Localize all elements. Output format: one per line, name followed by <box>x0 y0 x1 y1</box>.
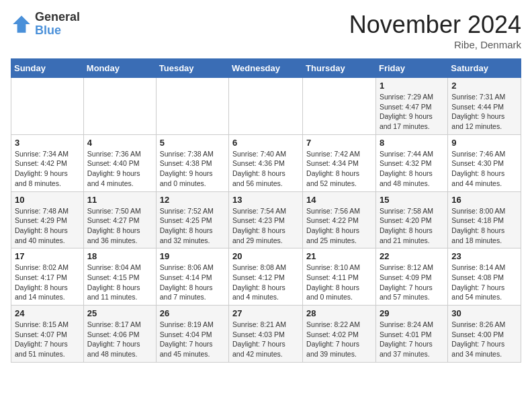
day-cell: 25Sunrise: 8:17 AM Sunset: 4:06 PM Dayli… <box>83 306 156 363</box>
day-info: Sunrise: 7:46 AM Sunset: 4:30 PM Dayligh… <box>451 149 517 189</box>
day-number: 15 <box>380 195 444 205</box>
day-info: Sunrise: 7:40 AM Sunset: 4:36 PM Dayligh… <box>232 149 299 189</box>
day-number: 24 <box>15 308 80 318</box>
day-number: 14 <box>306 195 372 205</box>
day-cell <box>11 78 84 135</box>
day-number: 18 <box>87 251 152 261</box>
day-cell: 21Sunrise: 8:10 AM Sunset: 4:11 PM Dayli… <box>303 248 376 306</box>
day-number: 19 <box>160 251 225 261</box>
day-number: 16 <box>451 195 517 205</box>
day-info: Sunrise: 7:50 AM Sunset: 4:27 PM Dayligh… <box>87 206 152 246</box>
day-number: 12 <box>160 195 225 205</box>
day-info: Sunrise: 8:02 AM Sunset: 4:17 PM Dayligh… <box>15 263 80 302</box>
day-cell: 6Sunrise: 7:40 AM Sunset: 4:36 PM Daylig… <box>229 134 303 191</box>
month-title: November 2024 <box>349 11 521 39</box>
day-info: Sunrise: 7:31 AM Sunset: 4:44 PM Dayligh… <box>451 92 517 132</box>
logo-general-text: General <box>35 11 80 24</box>
day-cell: 20Sunrise: 8:08 AM Sunset: 4:12 PM Dayli… <box>229 248 303 306</box>
day-info: Sunrise: 8:19 AM Sunset: 4:04 PM Dayligh… <box>160 320 225 359</box>
day-info: Sunrise: 8:10 AM Sunset: 4:11 PM Dayligh… <box>306 263 372 302</box>
day-cell: 28Sunrise: 8:22 AM Sunset: 4:02 PM Dayli… <box>303 306 376 363</box>
day-cell: 16Sunrise: 8:00 AM Sunset: 4:18 PM Dayli… <box>448 191 521 248</box>
day-info: Sunrise: 8:24 AM Sunset: 4:01 PM Dayligh… <box>380 320 444 359</box>
day-number: 7 <box>306 138 372 148</box>
week-row-1: 3Sunrise: 7:34 AM Sunset: 4:42 PM Daylig… <box>11 134 521 191</box>
title-area: November 2024 Ribe, Denmark <box>349 11 521 50</box>
header-cell-wednesday: Wednesday <box>229 59 303 78</box>
day-info: Sunrise: 8:04 AM Sunset: 4:15 PM Dayligh… <box>87 263 152 302</box>
header-row: SundayMondayTuesdayWednesdayThursdayFrid… <box>11 59 521 78</box>
day-cell <box>229 78 303 135</box>
day-number: 29 <box>380 308 444 318</box>
logo: General Blue <box>11 11 80 38</box>
day-cell: 14Sunrise: 7:56 AM Sunset: 4:22 PM Dayli… <box>303 191 376 248</box>
day-cell <box>303 78 376 135</box>
day-cell: 27Sunrise: 8:21 AM Sunset: 4:03 PM Dayli… <box>229 306 303 363</box>
header-cell-friday: Friday <box>375 59 447 78</box>
day-info: Sunrise: 7:44 AM Sunset: 4:32 PM Dayligh… <box>380 149 444 189</box>
header: General Blue November 2024 Ribe, Denmark <box>11 11 521 50</box>
location: Ribe, Denmark <box>349 39 521 50</box>
day-cell: 30Sunrise: 8:26 AM Sunset: 4:00 PM Dayli… <box>448 306 521 363</box>
day-info: Sunrise: 7:36 AM Sunset: 4:40 PM Dayligh… <box>87 149 152 189</box>
day-number: 27 <box>232 308 299 318</box>
day-number: 11 <box>87 195 152 205</box>
logo-icon <box>11 13 32 35</box>
day-number: 13 <box>232 195 299 205</box>
day-cell: 13Sunrise: 7:54 AM Sunset: 4:23 PM Dayli… <box>229 191 303 248</box>
day-number: 23 <box>451 251 517 261</box>
day-number: 3 <box>15 138 80 148</box>
svg-marker-0 <box>13 15 30 33</box>
day-cell: 17Sunrise: 8:02 AM Sunset: 4:17 PM Dayli… <box>11 248 84 306</box>
header-cell-monday: Monday <box>83 59 156 78</box>
day-cell: 9Sunrise: 7:46 AM Sunset: 4:30 PM Daylig… <box>448 134 521 191</box>
day-info: Sunrise: 8:15 AM Sunset: 4:07 PM Dayligh… <box>15 320 80 359</box>
day-info: Sunrise: 8:22 AM Sunset: 4:02 PM Dayligh… <box>306 320 372 359</box>
day-info: Sunrise: 7:42 AM Sunset: 4:34 PM Dayligh… <box>306 149 372 189</box>
day-number: 8 <box>380 138 444 148</box>
day-info: Sunrise: 7:29 AM Sunset: 4:47 PM Dayligh… <box>380 92 444 132</box>
day-cell: 19Sunrise: 8:06 AM Sunset: 4:14 PM Dayli… <box>156 248 228 306</box>
day-number: 26 <box>160 308 225 318</box>
day-cell: 8Sunrise: 7:44 AM Sunset: 4:32 PM Daylig… <box>375 134 447 191</box>
day-number: 5 <box>160 138 225 148</box>
day-info: Sunrise: 7:52 AM Sunset: 4:25 PM Dayligh… <box>160 206 225 246</box>
day-info: Sunrise: 7:38 AM Sunset: 4:38 PM Dayligh… <box>160 149 225 189</box>
day-cell: 4Sunrise: 7:36 AM Sunset: 4:40 PM Daylig… <box>83 134 156 191</box>
day-number: 6 <box>232 138 299 148</box>
day-number: 10 <box>15 195 80 205</box>
day-cell: 5Sunrise: 7:38 AM Sunset: 4:38 PM Daylig… <box>156 134 228 191</box>
day-cell: 23Sunrise: 8:14 AM Sunset: 4:08 PM Dayli… <box>448 248 521 306</box>
header-cell-thursday: Thursday <box>303 59 376 78</box>
day-info: Sunrise: 7:54 AM Sunset: 4:23 PM Dayligh… <box>232 206 299 246</box>
day-info: Sunrise: 7:48 AM Sunset: 4:29 PM Dayligh… <box>15 206 80 246</box>
calendar-table: SundayMondayTuesdayWednesdayThursdayFrid… <box>11 58 521 363</box>
day-number: 30 <box>451 308 517 318</box>
day-number: 25 <box>87 308 152 318</box>
header-cell-saturday: Saturday <box>448 59 521 78</box>
logo-text: General Blue <box>35 11 80 38</box>
day-info: Sunrise: 7:56 AM Sunset: 4:22 PM Dayligh… <box>306 206 372 246</box>
logo-blue-text: Blue <box>35 24 80 38</box>
week-row-3: 17Sunrise: 8:02 AM Sunset: 4:17 PM Dayli… <box>11 248 521 306</box>
day-cell: 22Sunrise: 8:12 AM Sunset: 4:09 PM Dayli… <box>375 248 447 306</box>
day-cell: 18Sunrise: 8:04 AM Sunset: 4:15 PM Dayli… <box>83 248 156 306</box>
day-info: Sunrise: 8:00 AM Sunset: 4:18 PM Dayligh… <box>451 206 517 246</box>
day-cell: 11Sunrise: 7:50 AM Sunset: 4:27 PM Dayli… <box>83 191 156 248</box>
week-row-0: 1Sunrise: 7:29 AM Sunset: 4:47 PM Daylig… <box>11 78 521 135</box>
day-number: 9 <box>451 138 517 148</box>
day-number: 28 <box>306 308 372 318</box>
day-cell: 10Sunrise: 7:48 AM Sunset: 4:29 PM Dayli… <box>11 191 84 248</box>
day-cell: 1Sunrise: 7:29 AM Sunset: 4:47 PM Daylig… <box>375 78 447 135</box>
day-cell: 26Sunrise: 8:19 AM Sunset: 4:04 PM Dayli… <box>156 306 228 363</box>
day-cell: 12Sunrise: 7:52 AM Sunset: 4:25 PM Dayli… <box>156 191 228 248</box>
day-number: 4 <box>87 138 152 148</box>
day-info: Sunrise: 8:12 AM Sunset: 4:09 PM Dayligh… <box>380 263 444 302</box>
day-cell: 15Sunrise: 7:58 AM Sunset: 4:20 PM Dayli… <box>375 191 447 248</box>
day-cell: 3Sunrise: 7:34 AM Sunset: 4:42 PM Daylig… <box>11 134 84 191</box>
day-cell: 24Sunrise: 8:15 AM Sunset: 4:07 PM Dayli… <box>11 306 84 363</box>
day-number: 17 <box>15 251 80 261</box>
day-cell <box>156 78 228 135</box>
day-info: Sunrise: 8:08 AM Sunset: 4:12 PM Dayligh… <box>232 263 299 302</box>
day-number: 22 <box>380 251 444 261</box>
